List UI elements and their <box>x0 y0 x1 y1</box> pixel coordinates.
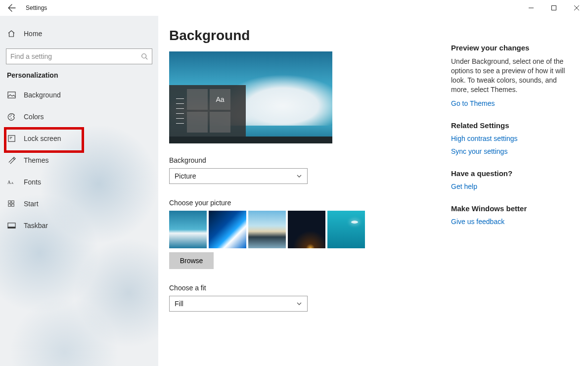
maximize-icon <box>551 5 556 10</box>
preview-tile <box>187 112 208 133</box>
taskbar-icon <box>7 221 16 230</box>
picture-thumb[interactable] <box>169 211 207 248</box>
sidebar-item-label: Fonts <box>24 178 41 186</box>
preview-tile-aa: Aa <box>210 89 230 110</box>
category-heading: Personalization <box>0 71 158 79</box>
picture-thumb[interactable] <box>327 211 365 248</box>
sidebar-home-label: Home <box>24 30 42 38</box>
related-settings-heading: Related Settings <box>451 121 572 130</box>
sync-settings-link[interactable]: Sync your settings <box>451 147 572 155</box>
svg-rect-14 <box>7 227 15 228</box>
sidebar-item-background[interactable]: Background <box>0 84 158 106</box>
preview-menu-lines <box>169 85 187 137</box>
high-contrast-link[interactable]: High contrast settings <box>451 135 572 142</box>
close-icon <box>574 5 579 10</box>
palette-icon <box>7 112 16 121</box>
picture-thumb[interactable] <box>248 211 286 248</box>
background-select[interactable]: Picture <box>169 168 308 184</box>
minimize-icon <box>529 5 534 10</box>
preview-start-overlay: Aa <box>169 85 246 137</box>
info-column: Preview your changes Under Background, s… <box>451 28 580 366</box>
choose-picture-label: Choose your picture <box>169 199 451 207</box>
make-better-heading: Make Windows better <box>451 204 572 213</box>
svg-rect-2 <box>7 92 15 97</box>
start-icon <box>7 199 16 208</box>
search-box[interactable] <box>6 48 152 64</box>
search-input[interactable] <box>10 52 141 60</box>
sidebar: Home Personalization Background Colors <box>0 16 158 366</box>
preview-changes-text: Under Background, select one of the opti… <box>451 57 572 94</box>
preview-tile <box>187 89 208 110</box>
search-icon <box>141 53 148 60</box>
lockscreen-icon <box>7 134 16 143</box>
picture-thumb[interactable] <box>288 211 325 248</box>
sidebar-item-fonts[interactable]: AA Fonts <box>0 171 158 193</box>
sidebar-item-label: Taskbar <box>24 222 48 229</box>
svg-rect-12 <box>11 204 14 206</box>
sidebar-item-colors[interactable]: Colors <box>0 106 158 128</box>
sidebar-item-lockscreen[interactable]: Lock screen <box>0 128 158 149</box>
picture-thumbnails <box>169 211 451 248</box>
have-question-heading: Have a question? <box>451 169 572 178</box>
svg-point-5 <box>10 118 11 119</box>
main: Background Aa Background <box>158 16 588 366</box>
sidebar-item-label: Start <box>24 200 39 208</box>
preview-tile <box>210 112 230 133</box>
sidebar-item-start[interactable]: Start <box>0 193 158 215</box>
sidebar-item-label: Lock screen <box>24 135 61 142</box>
sidebar-item-taskbar[interactable]: Taskbar <box>0 215 158 236</box>
svg-rect-10 <box>11 200 14 203</box>
svg-rect-9 <box>8 200 10 203</box>
background-label: Background <box>169 156 451 164</box>
maximize-button[interactable] <box>543 0 565 16</box>
sidebar-item-label: Colors <box>24 113 44 121</box>
background-select-value: Picture <box>175 172 196 180</box>
get-help-link[interactable]: Get help <box>451 183 572 190</box>
picture-icon <box>7 91 16 99</box>
svg-text:A: A <box>11 181 13 184</box>
preview-tiles: Aa <box>187 85 246 137</box>
svg-point-4 <box>10 114 11 115</box>
fit-select-value: Fill <box>175 300 183 308</box>
back-arrow-icon <box>8 4 16 12</box>
titlebar: Settings <box>0 0 588 16</box>
svg-point-1 <box>142 54 146 58</box>
sidebar-item-label: Background <box>24 91 61 99</box>
svg-rect-11 <box>8 204 10 206</box>
svg-rect-6 <box>8 135 14 141</box>
fonts-icon: AA <box>7 178 16 186</box>
minimize-button[interactable] <box>520 0 543 16</box>
feedback-link[interactable]: Give us feedback <box>451 218 572 226</box>
fit-select[interactable]: Fill <box>169 296 308 312</box>
desktop-preview: Aa <box>169 51 332 143</box>
home-icon <box>7 29 16 38</box>
close-button[interactable] <box>565 0 588 16</box>
window-title: Settings <box>24 4 47 11</box>
svg-text:A: A <box>7 180 11 185</box>
svg-rect-0 <box>552 6 556 10</box>
go-to-themes-link[interactable]: Go to Themes <box>451 99 572 107</box>
content: Background Aa Background <box>169 28 451 366</box>
back-button[interactable] <box>0 0 24 16</box>
themes-icon <box>7 156 16 165</box>
sidebar-item-label: Themes <box>24 156 49 164</box>
preview-taskbar <box>169 137 332 143</box>
browse-button[interactable]: Browse <box>169 252 214 269</box>
caption-controls <box>520 0 588 16</box>
picture-thumb[interactable] <box>209 211 246 248</box>
page-title: Background <box>169 28 451 44</box>
sidebar-home[interactable]: Home <box>0 23 158 45</box>
chevron-down-icon <box>296 173 302 179</box>
preview-changes-heading: Preview your changes <box>451 44 572 52</box>
chevron-down-icon <box>296 301 302 307</box>
svg-point-3 <box>9 116 10 117</box>
choose-fit-label: Choose a fit <box>169 284 451 292</box>
sidebar-item-themes[interactable]: Themes <box>0 149 158 171</box>
